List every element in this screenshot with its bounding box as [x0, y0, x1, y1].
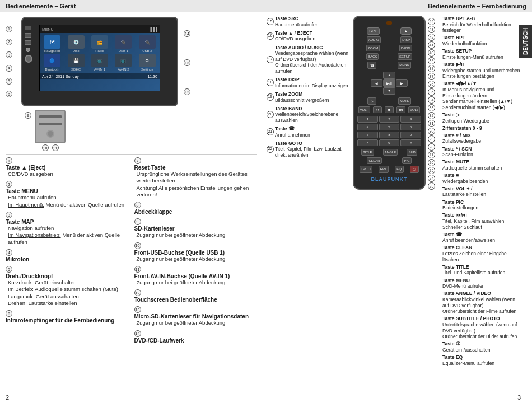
- num-2: 2: [6, 181, 12, 188]
- ann-28: Taste ▷Zeitlupen-Wiedergabe: [442, 112, 521, 124]
- nav-ok[interactable]: ▶/II: [383, 79, 395, 87]
- ann-20: 20 Taste BANDWellenbereich/Speicherebene…: [267, 106, 351, 124]
- menu-button[interactable]: [25, 33, 31, 38]
- item-3: 3 Taste MAP Navigation aufrufenIm Naviga…: [6, 212, 129, 246]
- label-25: 25: [428, 167, 435, 174]
- item-13: 13 Micro-SD-Kartenleser für Navigationsd…: [134, 306, 258, 326]
- title-button[interactable]: TITLE: [361, 149, 374, 156]
- ann-30: Taste # / MIXZufallswiedergabe: [442, 133, 521, 144]
- disp-button[interactable]: DISP: [400, 36, 412, 43]
- audio-button[interactable]: AUDIO: [367, 36, 381, 43]
- eject-button[interactable]: [25, 26, 31, 30]
- num-7[interactable]: 7: [357, 132, 378, 138]
- clear-button[interactable]: CLEAR: [367, 157, 381, 164]
- ann-16: 16 Taste ▲ / EJECTCD/DVD ausgeben: [267, 30, 351, 42]
- label-40: 40: [428, 49, 435, 57]
- label-9: 9: [25, 112, 31, 119]
- ann-32: Taste MUTEAudioquelle stumm schalten: [442, 159, 521, 171]
- left-number-labels: 1 2 3 4 5 6: [6, 17, 16, 106]
- num-12: 12: [134, 289, 141, 296]
- src-button[interactable]: SRC: [367, 27, 380, 35]
- num-11: 11: [134, 266, 141, 273]
- goto-button[interactable]: GoTO: [360, 166, 372, 173]
- remote-row-8: CLEAR PIC: [357, 157, 421, 164]
- item-7: 7 Reset-Taste Ursprüngliche Werkseinstel…: [134, 157, 258, 198]
- ann-31: Taste * / SCNScan-Funktion: [442, 146, 521, 158]
- num-4[interactable]: 4: [357, 124, 378, 130]
- eject-button-remote[interactable]: ▲: [400, 27, 412, 35]
- prev-button[interactable]: ⏮: [373, 106, 382, 113]
- screen-icon-usb2: 🔌 USB 2: [136, 35, 158, 53]
- num-13: 13: [134, 306, 141, 313]
- band-button[interactable]: BAND: [399, 45, 412, 51]
- right-chapter-title: Bedienelemente – Fernbedienung: [266, 3, 532, 10]
- power-button[interactable]: ①: [410, 166, 419, 173]
- item-2: 2 Taste MENU Hauptmenü aufrufenIm Hauptm…: [6, 181, 129, 208]
- vol-minus[interactable]: VOL–: [358, 106, 370, 113]
- item-6: 6 Infrarotempfänger für die Fernbedienun…: [6, 310, 129, 324]
- num-2[interactable]: 2: [379, 116, 400, 123]
- item-14: 14 DVD-/CD-Laufwerk: [134, 330, 258, 344]
- right-number-labels: 14 13 12: [184, 17, 194, 106]
- item-1: 1 Taste ▲ (Eject) CD/DVD ausgeben: [6, 157, 129, 177]
- pic-button[interactable]: PIC: [402, 157, 411, 164]
- label-26: 26: [428, 159, 435, 166]
- label-3: 3: [6, 51, 12, 58]
- screen-icon-sdhc: 💾 SDHC: [64, 54, 87, 71]
- eq-button[interactable]: EQ: [395, 166, 404, 173]
- reset-button[interactable]: [46, 130, 54, 138]
- num-6[interactable]: 6: [400, 124, 421, 130]
- mute-button[interactable]: MUTE: [398, 97, 411, 105]
- back-button[interactable]: BACK: [366, 53, 379, 60]
- volume-knob[interactable]: [25, 55, 32, 63]
- right-page-number: 3: [517, 394, 521, 400]
- num-hash[interactable]: #: [400, 139, 421, 146]
- setup-button[interactable]: SETUP: [398, 53, 412, 60]
- divider: [6, 154, 257, 155]
- num-star[interactable]: *: [357, 139, 378, 146]
- ann-22: 22 Taste GOTOTitel, Kapitel, Film bzw. L…: [267, 140, 351, 158]
- nav-left[interactable]: ◀: [371, 79, 382, 87]
- ann-36: Taste ⏮/⏭Titel, Kapitel, Film auswählenS…: [442, 212, 521, 230]
- ann-21: 21 Taste ☎Anruf annehmen: [267, 126, 351, 138]
- label-30: 30: [428, 128, 435, 135]
- label-10: 10: [42, 144, 49, 151]
- remote-row-5: ▷ MUTE: [357, 97, 421, 105]
- menu-button-remote[interactable]: MENU: [398, 62, 411, 69]
- zoom-button[interactable]: ZOOM: [366, 45, 380, 51]
- screen-menu-label: MENU: [42, 27, 54, 31]
- nav-right[interactable]: ▶: [396, 79, 408, 87]
- map-button[interactable]: [25, 40, 31, 45]
- ann-39: Taste TITLETitel- und Kapitelliste aufru…: [442, 264, 521, 276]
- ann-37: Taste ☎Anruf beenden/abweisen: [442, 232, 521, 243]
- remote-row-6: VOL– ⏮ ■ ⏭ VOL+: [357, 106, 421, 113]
- num-8[interactable]: 8: [379, 132, 400, 138]
- num-0[interactable]: 0: [379, 139, 400, 146]
- sd-card-unit: [35, 110, 66, 143]
- label-14: 14: [184, 30, 190, 37]
- vol-plus[interactable]: VOL+: [408, 106, 421, 113]
- stop-button[interactable]: ■: [385, 106, 394, 113]
- next-button[interactable]: ⏭: [396, 106, 405, 113]
- ann-41: Taste ANGLE / VIDEOKameraablickwinkel wä…: [442, 290, 521, 315]
- angle-button[interactable]: ANGLE: [383, 149, 398, 156]
- screen-icon-avin2: 📺 AV-IN 2: [112, 54, 134, 71]
- num-1[interactable]: 1: [357, 116, 378, 123]
- num-3[interactable]: 3: [400, 116, 421, 123]
- num-5[interactable]: 5: [379, 124, 400, 130]
- phone-button[interactable]: ☎: [367, 62, 376, 69]
- num-9[interactable]: 9: [400, 132, 421, 138]
- nav-down[interactable]: ▼: [383, 87, 395, 95]
- label-44: 44: [428, 18, 435, 25]
- slow-button[interactable]: ▷: [367, 97, 376, 105]
- left-chapter-title: Bedienelemente – Gerät: [0, 3, 266, 10]
- device-section: 1 2 3 4 5 6 MENU ▐▐▐: [6, 17, 257, 151]
- num-9: 9: [134, 218, 141, 225]
- rpt-button[interactable]: RPT: [379, 166, 389, 173]
- nav-up[interactable]: ▲: [383, 72, 395, 79]
- subtitle-button[interactable]: SUB: [407, 149, 417, 156]
- screen-signal: ▐▐▐: [149, 27, 157, 31]
- ann-34: Taste VOL + / –Lautstärke einstellen: [442, 186, 521, 198]
- label-42: 42: [428, 34, 435, 41]
- left-page: 1 2 3 4 5 6 MENU ▐▐▐: [0, 12, 263, 403]
